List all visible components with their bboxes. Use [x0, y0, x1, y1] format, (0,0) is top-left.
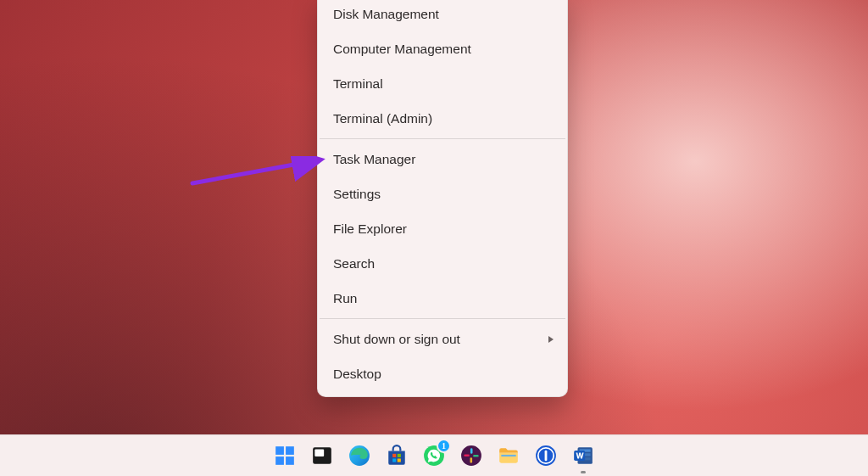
menu-label: File Explorer: [333, 221, 407, 237]
notification-badge: 1: [437, 439, 451, 453]
task-view-icon: [311, 445, 333, 467]
menu-separator: [320, 138, 565, 139]
svg-rect-8: [392, 454, 396, 457]
edge-icon: [348, 445, 370, 467]
chevron-right-icon: [548, 336, 554, 343]
menu-label: Terminal (Admin): [333, 111, 432, 126]
whatsapp-button[interactable]: 1: [420, 441, 448, 470]
menu-item-settings[interactable]: Settings: [318, 176, 567, 211]
menu-item-shutdown[interactable]: Shut down or sign out: [318, 322, 567, 356]
svg-rect-17: [464, 454, 470, 456]
menu-label: Settings: [333, 187, 381, 202]
start-context-menu: Disk Management Computer Management Term…: [317, 0, 568, 397]
menu-label: Run: [333, 291, 357, 306]
svg-rect-3: [275, 456, 284, 465]
menu-label: Desktop: [333, 367, 381, 382]
file-explorer-button[interactable]: [494, 441, 523, 470]
menu-label: Task Manager: [333, 152, 415, 167]
svg-rect-14: [470, 448, 473, 454]
menu-label: Search: [333, 256, 375, 272]
store-icon: [386, 445, 408, 467]
svg-rect-6: [314, 449, 324, 456]
running-indicator: [581, 471, 586, 473]
menu-item-search[interactable]: Search: [318, 246, 567, 281]
word-icon: [572, 445, 594, 467]
svg-rect-15: [473, 455, 479, 457]
menu-label: Terminal: [333, 76, 383, 92]
taskbar: 1: [0, 434, 868, 476]
menu-item-computer-management[interactable]: Computer Management: [318, 31, 567, 66]
menu-separator: [320, 318, 565, 319]
svg-rect-9: [398, 454, 401, 457]
svg-rect-1: [275, 446, 284, 455]
word-button[interactable]: [569, 441, 598, 470]
svg-rect-2: [286, 446, 294, 455]
menu-item-desktop[interactable]: Desktop: [318, 356, 567, 391]
svg-rect-18: [501, 455, 515, 456]
svg-rect-4: [286, 456, 294, 465]
menu-label: Shut down or sign out: [333, 332, 460, 347]
1password-button[interactable]: [531, 441, 560, 470]
menu-item-terminal[interactable]: Terminal: [318, 66, 567, 101]
menu-item-run[interactable]: Run: [318, 281, 567, 316]
slack-icon: [460, 445, 482, 467]
menu-item-file-explorer[interactable]: File Explorer: [318, 211, 567, 246]
store-button[interactable]: [382, 441, 411, 470]
svg-rect-11: [398, 458, 401, 462]
task-view-button[interactable]: [308, 441, 337, 470]
folder-icon: [498, 445, 520, 467]
menu-item-terminal-admin[interactable]: Terminal (Admin): [318, 101, 567, 136]
start-button[interactable]: [270, 441, 299, 470]
start-icon: [274, 445, 296, 467]
menu-label: Computer Management: [333, 42, 471, 57]
slack-button[interactable]: [457, 441, 486, 470]
menu-item-disk-management[interactable]: Disk Management: [318, 0, 567, 31]
menu-item-task-manager[interactable]: Task Manager: [318, 142, 567, 176]
onepassword-icon: [535, 445, 557, 467]
svg-rect-10: [392, 458, 396, 462]
svg-rect-21: [545, 451, 548, 462]
svg-rect-16: [470, 457, 472, 463]
edge-button[interactable]: [345, 441, 374, 470]
menu-label: Disk Management: [333, 7, 439, 22]
